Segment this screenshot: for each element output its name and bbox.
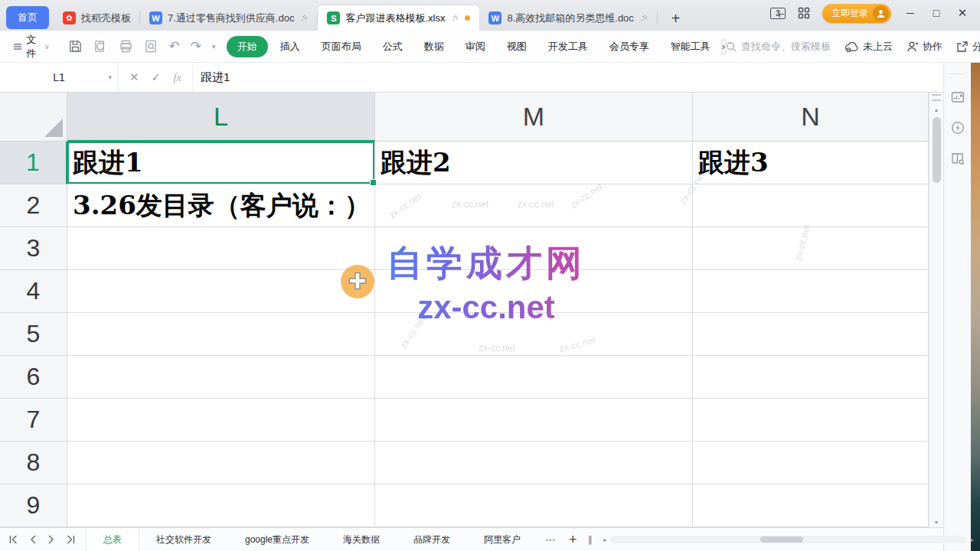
cell-L3[interactable] — [67, 227, 375, 270]
file-menu[interactable]: 文件 ∨ — [8, 33, 56, 60]
cell-M6[interactable] — [375, 356, 693, 399]
sheet-first-icon[interactable] — [9, 535, 19, 544]
collaborate-button[interactable]: 协作 — [906, 40, 942, 54]
sheet-more-button[interactable]: ⋯ — [545, 533, 557, 546]
column-header-M[interactable]: M — [375, 93, 693, 142]
row-header-7[interactable]: 7 — [0, 399, 67, 442]
insert-function-icon[interactable]: fx — [173, 71, 181, 84]
formula-confirm-icon[interactable]: ✓ — [152, 70, 162, 84]
row-header-6[interactable]: 6 — [0, 356, 67, 399]
pin-icon[interactable] — [299, 14, 309, 23]
formula-input[interactable]: 跟进1 — [192, 63, 943, 92]
export-icon[interactable] — [93, 39, 108, 54]
name-box[interactable]: L1 ▾ — [0, 63, 119, 92]
row-header-1[interactable]: 1 — [0, 142, 67, 184]
cell-L5[interactable] — [67, 313, 375, 356]
pin-icon[interactable] — [639, 14, 648, 23]
cell-N5[interactable] — [693, 313, 929, 356]
row-header-5[interactable]: 5 — [0, 313, 67, 356]
document-tab-1[interactable]: ✿找稻壳模板 — [54, 5, 140, 31]
ribbon-tab-0[interactable]: 开始 — [227, 36, 268, 57]
cell-M7[interactable] — [375, 399, 693, 442]
row-header-2[interactable]: 2 — [0, 184, 67, 227]
ribbon-tab-3[interactable]: 公式 — [374, 36, 412, 57]
maximize-button[interactable]: □ — [929, 7, 943, 19]
cell-L6[interactable] — [67, 356, 375, 399]
ribbon-tab-4[interactable]: 数据 — [415, 36, 453, 57]
ribbon-tab-2[interactable]: 页面布局 — [312, 36, 371, 57]
cell-M8[interactable] — [375, 442, 693, 484]
cell-N4[interactable] — [693, 270, 929, 313]
sheet-next-icon[interactable] — [47, 535, 54, 544]
smart-assistant-icon[interactable] — [950, 120, 965, 135]
cell-N1[interactable]: 跟进3 — [693, 142, 929, 184]
vertical-scrollbar[interactable]: ▲ ▼ — [929, 93, 943, 527]
scroll-right-icon[interactable]: ► — [967, 537, 978, 543]
dictionary-icon[interactable] — [950, 151, 965, 166]
name-box-caret-icon[interactable]: ▾ — [108, 73, 112, 81]
close-button[interactable]: ✕ — [956, 6, 969, 20]
cell-N6[interactable] — [693, 356, 929, 399]
formula-cancel-icon[interactable]: ✕ — [129, 70, 139, 84]
sheet-tab-5[interactable]: 阿里客户 — [467, 528, 537, 551]
minimize-button[interactable]: ─ — [903, 7, 917, 19]
vertical-scroll-thumb[interactable] — [933, 117, 941, 183]
undo-icon[interactable]: ↶ — [169, 40, 180, 53]
redo-icon[interactable]: ↷ — [191, 40, 201, 53]
ribbon-tab-9[interactable]: 智能工具 — [662, 36, 720, 57]
ribbon-tab-5[interactable]: 审阅 — [456, 36, 495, 57]
login-button[interactable]: 立即登录 — [822, 4, 891, 23]
cell-L2[interactable]: 3.26发目录（客户说：） — [67, 184, 375, 227]
apps-grid-icon[interactable] — [798, 7, 810, 19]
print-preview-icon[interactable] — [144, 39, 158, 54]
scroll-up-icon[interactable]: ▲ — [929, 107, 943, 112]
sheet-tab-2[interactable]: google重点开发 — [228, 528, 326, 551]
horizontal-scrollbar[interactable]: ◄ ► — [599, 536, 978, 543]
document-tab-4[interactable]: W8.高效找邮箱的另类思维.doc — [479, 5, 657, 31]
sheet-last-icon[interactable] — [65, 535, 75, 544]
row-header-8[interactable]: 8 — [0, 442, 67, 484]
ribbon-tab-6[interactable]: 视图 — [498, 36, 536, 57]
sheet-tab-4[interactable]: 品牌开发 — [397, 528, 467, 551]
toolbar-customize-icon[interactable]: ▾ — [212, 43, 216, 51]
horizontal-scroll-track[interactable] — [610, 536, 967, 543]
save-icon[interactable] — [68, 39, 83, 54]
cell-M2[interactable] — [375, 184, 693, 227]
pin-icon[interactable] — [450, 14, 459, 23]
cell-L7[interactable] — [67, 399, 375, 442]
select-all-corner[interactable] — [0, 93, 67, 142]
cell-M5[interactable] — [375, 313, 693, 356]
tab-list-icon[interactable]: 3 — [770, 8, 786, 19]
cell-N2[interactable] — [693, 184, 929, 227]
cell-M1[interactable]: 跟进2 — [375, 142, 693, 184]
document-tab-home[interactable]: 首页 — [6, 6, 49, 29]
new-tab-button[interactable]: + — [671, 11, 681, 26]
document-tab-2[interactable]: W7.通过零售商找到供应商.doc — [140, 5, 318, 31]
cell-M3[interactable] — [375, 227, 693, 270]
tabbar-splitter[interactable]: ∥ — [588, 534, 593, 545]
column-header-L[interactable]: L — [67, 93, 375, 142]
column-header-N[interactable]: N — [693, 93, 929, 142]
cell-L4[interactable] — [67, 270, 375, 313]
resource-library-icon[interactable] — [950, 90, 965, 105]
print-icon[interactable] — [119, 39, 133, 54]
row-header-4[interactable]: 4 — [0, 270, 67, 313]
sheet-tab-3[interactable]: 海关数据 — [326, 528, 397, 551]
row-header-9[interactable]: 9 — [0, 484, 67, 527]
cloud-status[interactable]: 未上云 — [844, 40, 893, 54]
cell-N7[interactable] — [693, 399, 929, 442]
sheet-tab-0[interactable]: 总表 — [86, 528, 139, 551]
share-button[interactable]: 分享 — [956, 40, 980, 54]
scrollbar-split-handle[interactable] — [932, 94, 941, 101]
ribbon-tab-8[interactable]: 会员专享 — [600, 36, 658, 57]
command-search[interactable]: 查找命令、搜索模板 — [726, 40, 831, 54]
horizontal-scroll-thumb[interactable] — [760, 536, 803, 543]
sheet-tab-1[interactable]: 社交软件开发 — [139, 528, 228, 551]
cell-L1[interactable]: 跟进1 — [67, 142, 375, 184]
cell-N3[interactable] — [693, 227, 929, 270]
cell-N8[interactable] — [693, 442, 929, 484]
cell-L8[interactable] — [67, 442, 375, 484]
cell-N9[interactable] — [693, 484, 929, 527]
sheet-prev-icon[interactable] — [30, 535, 37, 544]
ribbon-tab-7[interactable]: 开发工具 — [539, 36, 597, 57]
